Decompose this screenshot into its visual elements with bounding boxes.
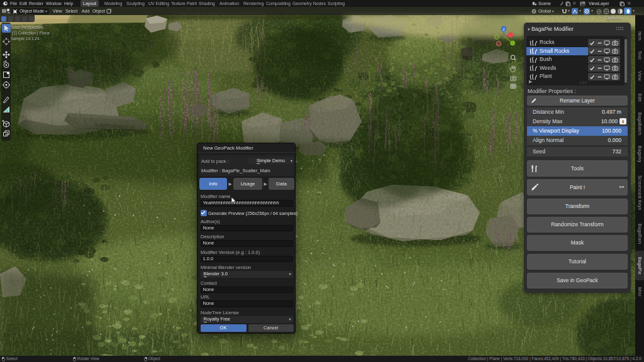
- svg-text:Z: Z: [502, 28, 505, 31]
